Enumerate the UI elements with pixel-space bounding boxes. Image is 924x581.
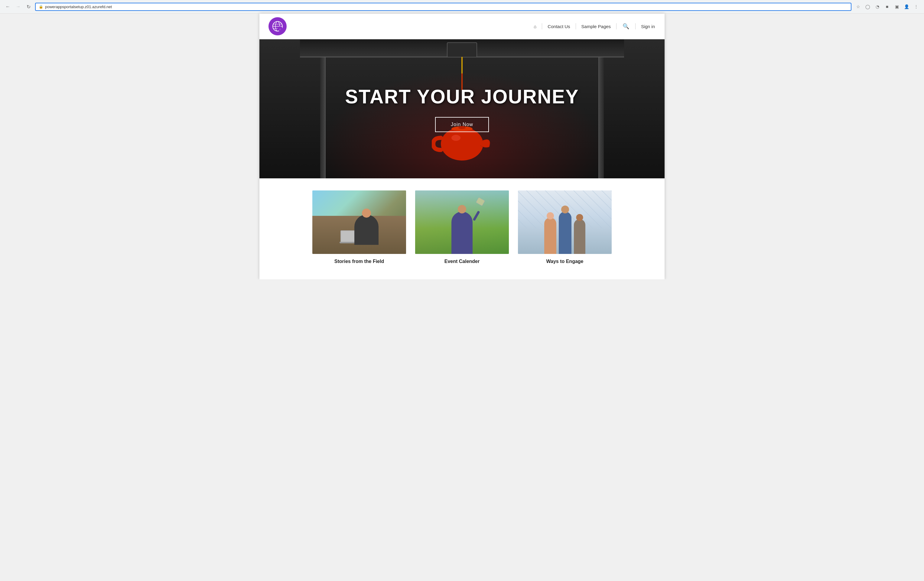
join-now-button[interactable]: Join Now — [435, 117, 489, 132]
nav-search-button[interactable]: 🔍 — [621, 22, 630, 31]
hero-content: START YOUR JOURNEY Join Now — [345, 86, 579, 132]
card-stories[interactable]: Stories from the Field — [312, 190, 406, 264]
more-menu-button[interactable]: ⋮ — [912, 2, 921, 11]
nav-divider-1 — [542, 23, 542, 29]
site-header: ↓ ⌂ Contact Us Sample Pages 🔍 Sign in — [259, 13, 665, 39]
card-engage-label: Ways to Engage — [518, 259, 612, 264]
person-1-figure — [354, 215, 379, 245]
sync-button[interactable]: ◔ — [873, 2, 882, 11]
card-event-image — [415, 190, 509, 254]
home-icon: ⌂ — [534, 24, 536, 29]
card-event[interactable]: Event Calender — [415, 190, 509, 264]
arm-raised — [473, 211, 480, 221]
card-engage[interactable]: Ways to Engage — [518, 190, 612, 264]
address-bar[interactable]: 🔒 powerappsportalsetup.z01.azurefd.net — [35, 3, 851, 11]
card-event-label: Event Calender — [415, 259, 509, 264]
people-group — [544, 211, 585, 254]
lock-icon: 🔒 — [39, 5, 43, 9]
url-text: powerappsportalsetup.z01.azurefd.net — [45, 5, 848, 9]
browser-chrome: ← → ↻ 🔒 powerappsportalsetup.z01.azurefd… — [0, 0, 924, 13]
printer-motor — [447, 42, 477, 58]
profile-button[interactable]: 👤 — [902, 2, 911, 11]
site-logo[interactable]: ↓ — [269, 17, 287, 35]
person-a-figure — [544, 218, 556, 254]
printer-left-bar — [320, 39, 326, 178]
nav-sign-in[interactable]: Sign in — [640, 23, 655, 30]
bookmark-button[interactable]: ☆ — [854, 2, 862, 11]
jar-prop — [475, 197, 485, 206]
hero-title: START YOUR JOURNEY — [345, 86, 579, 108]
account-button[interactable]: ◯ — [863, 2, 872, 11]
cards-section: Stories from the Field Event Calender — [259, 178, 665, 279]
back-button[interactable]: ← — [3, 2, 12, 11]
svg-point-10 — [451, 135, 460, 141]
browser-actions: ☆ ◯ ◔ ■ ▣ 👤 ⋮ — [854, 2, 921, 11]
reload-button[interactable]: ↻ — [24, 2, 33, 11]
site-nav: ⌂ Contact Us Sample Pages 🔍 Sign in — [533, 22, 655, 31]
person-c-figure — [574, 219, 585, 254]
card-engage-image — [518, 190, 612, 254]
person-b-figure — [559, 211, 571, 254]
svg-point-7 — [441, 127, 483, 160]
nav-divider-3 — [616, 23, 617, 29]
website: ↓ ⌂ Contact Us Sample Pages 🔍 Sign in — [259, 13, 665, 279]
svg-text:↓: ↓ — [279, 28, 281, 31]
extensions-button[interactable]: ▣ — [893, 2, 901, 11]
printer-top-beam — [300, 39, 624, 58]
forward-button[interactable]: → — [14, 2, 22, 11]
nav-divider-2 — [576, 23, 576, 29]
card-stories-image — [312, 190, 406, 254]
person-2-figure — [451, 211, 473, 254]
hero-section: START YOUR JOURNEY Join Now — [259, 39, 665, 178]
nav-contact[interactable]: Contact Us — [547, 23, 571, 30]
card-stories-label: Stories from the Field — [312, 259, 406, 264]
printer-filament — [461, 57, 463, 90]
search-icon: 🔍 — [622, 23, 629, 29]
logo-globe-icon: ↓ — [272, 21, 283, 32]
settings-button[interactable]: ■ — [883, 2, 891, 11]
browser-nav-buttons: ← → ↻ — [3, 2, 33, 11]
nav-home[interactable]: ⌂ — [533, 23, 537, 30]
nav-sample-pages[interactable]: Sample Pages — [581, 23, 612, 30]
printer-right-bar — [598, 39, 604, 178]
